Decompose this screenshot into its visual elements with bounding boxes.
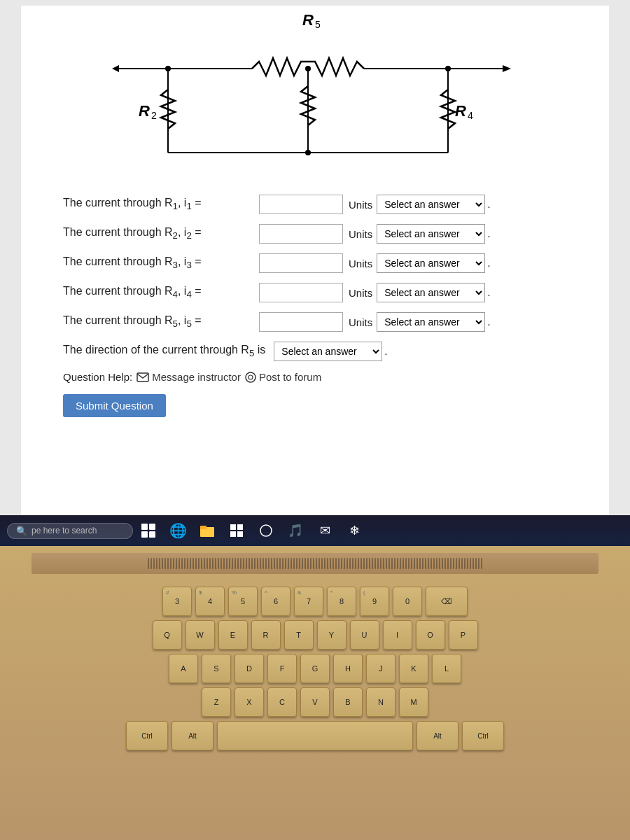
question-help-label: Question Help:	[63, 371, 132, 383]
form-row-r5: The current through R5, i5 = Units Selec…	[63, 312, 581, 332]
key-8[interactable]: *8	[327, 587, 356, 616]
keyboard: #3 $4 %5 ^6 &7 *8 (9 0 ⌫ Q	[38, 587, 592, 750]
key-3[interactable]: #3	[162, 587, 192, 616]
key-p[interactable]: P	[449, 620, 478, 650]
select-direction-r5[interactable]: Select an answer left to right right to …	[274, 342, 382, 361]
svg-rect-20	[149, 531, 155, 538]
snowflake-icon[interactable]: ❄	[344, 521, 364, 540]
key-space[interactable]	[217, 721, 413, 750]
svg-rect-26	[237, 531, 243, 537]
svg-point-15	[246, 372, 255, 382]
submit-question-button[interactable]: Submit Question	[63, 394, 166, 417]
key-g[interactable]: G	[300, 654, 330, 683]
svg-point-16	[248, 375, 253, 379]
message-instructor-link[interactable]: Message instructor	[136, 371, 241, 383]
key-a[interactable]: A	[169, 654, 198, 683]
input-r1[interactable]	[259, 195, 343, 214]
svg-rect-25	[230, 531, 236, 537]
key-k[interactable]: K	[399, 654, 428, 683]
key-t[interactable]: T	[284, 620, 314, 650]
key-d[interactable]: D	[234, 654, 264, 683]
svg-point-10	[305, 66, 311, 71]
r2-subscript: 2	[151, 110, 157, 121]
key-m[interactable]: M	[399, 687, 428, 717]
file-explorer-icon[interactable]	[197, 521, 217, 540]
key-7[interactable]: &7	[294, 587, 323, 616]
forum-icon	[245, 372, 256, 383]
grid-icon[interactable]	[227, 521, 246, 540]
taskbar: 🔍 pe here to search 🌐	[0, 515, 630, 546]
input-r4[interactable]	[259, 283, 343, 302]
r4-subscript: 4	[468, 110, 473, 121]
input-r3[interactable]	[259, 253, 343, 273]
key-v[interactable]: V	[300, 687, 330, 717]
select-units-r1[interactable]: Select an answer A mA μA	[377, 195, 485, 214]
key-4[interactable]: $4	[195, 587, 225, 616]
key-h[interactable]: H	[333, 654, 363, 683]
key-r[interactable]: R	[251, 620, 281, 650]
select-units-r2[interactable]: Select an answer A mA μA	[377, 224, 485, 244]
start-menu-icon[interactable]	[139, 521, 158, 540]
key-5[interactable]: %5	[228, 587, 258, 616]
circle-icon[interactable]	[256, 521, 276, 540]
zxcv-row: Z X C V B N M	[38, 687, 592, 717]
taskbar-search[interactable]: 🔍 pe here to search	[7, 523, 133, 539]
key-z[interactable]: Z	[202, 687, 231, 717]
r2-label: R	[139, 102, 150, 120]
direction-row: The direction of the current through R5 …	[63, 342, 581, 361]
key-6[interactable]: ^6	[261, 587, 290, 616]
key-j[interactable]: J	[366, 654, 396, 683]
form-row-r1: The current through R1, i1 = Units Selec…	[63, 195, 581, 214]
key-backspace[interactable]: ⌫	[426, 587, 468, 616]
key-w[interactable]: W	[186, 620, 215, 650]
key-b[interactable]: B	[333, 687, 363, 717]
taskbar-search-text: pe here to search	[31, 526, 97, 536]
key-0[interactable]: 0	[393, 587, 422, 616]
label-r4: The current through R4, i4 =	[63, 285, 259, 300]
direction-label-text: The direction of the current through R5 …	[63, 344, 265, 358]
browser-icon[interactable]: 🌐	[168, 521, 188, 540]
key-s[interactable]: S	[202, 654, 231, 683]
key-e[interactable]: E	[218, 620, 248, 650]
key-9[interactable]: (9	[360, 587, 389, 616]
select-units-r3[interactable]: Select an answer A mA μA	[377, 253, 485, 273]
key-alt-right[interactable]: Alt	[416, 721, 458, 750]
svg-rect-22	[200, 526, 206, 529]
key-alt-left[interactable]: Alt	[172, 721, 214, 750]
key-l[interactable]: L	[432, 654, 461, 683]
screen-content: R 5 R 2	[21, 6, 609, 554]
key-n[interactable]: N	[366, 687, 396, 717]
email-icon[interactable]: ✉	[315, 521, 335, 540]
svg-point-12	[165, 66, 171, 71]
key-c[interactable]: C	[267, 687, 297, 717]
input-r5[interactable]	[259, 312, 343, 332]
svg-marker-5	[503, 65, 511, 72]
input-r2[interactable]	[259, 224, 343, 244]
key-y[interactable]: Y	[317, 620, 346, 650]
key-q[interactable]: Q	[153, 620, 182, 650]
r4-label: R	[455, 102, 466, 120]
key-o[interactable]: O	[416, 620, 445, 650]
label-r2: The current through R2, i2 =	[63, 226, 259, 241]
speaker-strip: const strip = document.querySelector('.s…	[31, 553, 598, 574]
key-ctrl[interactable]: Ctrl	[126, 721, 168, 750]
circuit-svg: R 5 R 2	[98, 13, 532, 181]
mail-icon	[136, 372, 149, 382]
form-row-r4: The current through R4, i4 = Units Selec…	[63, 283, 581, 302]
key-ctrl-right[interactable]: Ctrl	[462, 721, 504, 750]
space-row: Ctrl Alt Alt Ctrl	[38, 721, 592, 750]
key-u[interactable]: U	[350, 620, 379, 650]
key-x[interactable]: X	[234, 687, 264, 717]
select-units-r5[interactable]: Select an answer A mA μA	[377, 312, 485, 332]
svg-rect-24	[237, 524, 243, 530]
key-f[interactable]: F	[267, 654, 297, 683]
key-i[interactable]: I	[383, 620, 412, 650]
keyboard-area: const strip = document.querySelector('.s…	[0, 546, 630, 840]
headphone-icon[interactable]: 🎵	[286, 521, 305, 540]
label-r3: The current through R3, i3 =	[63, 255, 259, 270]
select-units-r4[interactable]: Select an answer A mA μA	[377, 283, 485, 302]
svg-rect-17	[141, 524, 148, 530]
label-r1: The current through R1, i1 =	[63, 197, 259, 211]
question-help-row: Question Help: Message instructor Post t…	[63, 371, 581, 383]
post-to-forum-link[interactable]: Post to forum	[245, 371, 321, 383]
